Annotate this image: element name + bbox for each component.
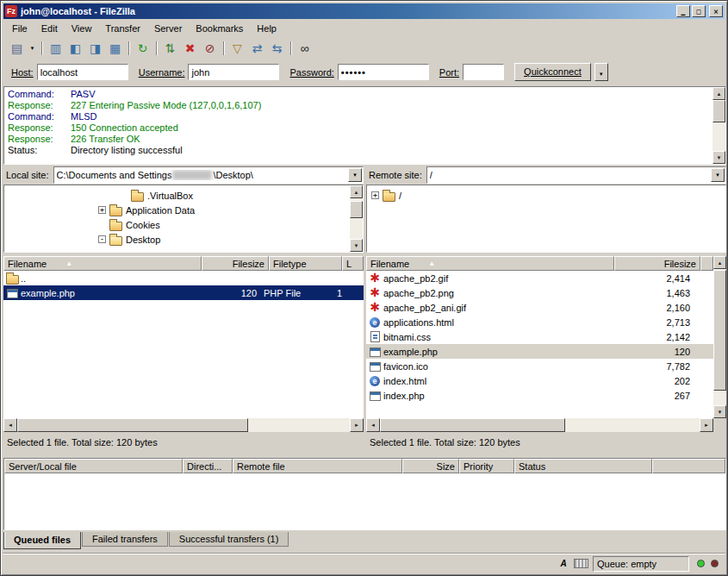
quickconnect-dropdown-button[interactable] <box>594 63 608 81</box>
local-horizontal-scrollbar[interactable] <box>3 418 364 432</box>
scroll-up-button[interactable] <box>712 87 725 100</box>
column-header[interactable]: Status <box>514 459 652 473</box>
toggle-queue-button[interactable]: ▦ <box>105 39 125 58</box>
message-log-icon: ▥ <box>50 42 61 54</box>
file-row[interactable]: bitnami.css2,142 <box>366 329 713 344</box>
tab-queued-files[interactable]: Queued files <box>3 532 81 549</box>
file-row[interactable]: applications.html2,713 <box>366 315 713 329</box>
column-header[interactable]: Filetype <box>269 256 342 271</box>
toggle-remote-tree-button[interactable]: ◨ <box>85 39 105 58</box>
compare-button[interactable]: ⇄ <box>247 39 267 58</box>
close-button[interactable]: × <box>709 5 723 17</box>
tree-expander-icon[interactable]: + <box>98 206 106 214</box>
sync-browsing-button[interactable]: ⇆ <box>267 39 287 58</box>
scrollbar-thumb[interactable] <box>713 270 726 391</box>
tree-expander-icon[interactable]: + <box>371 191 379 199</box>
file-row[interactable]: .. <box>3 271 364 285</box>
minimize-button[interactable]: ▁ <box>676 5 690 17</box>
site-manager-button[interactable]: ▤ <box>7 39 27 58</box>
column-header[interactable]: Server/Local file <box>4 459 183 473</box>
remote-horizontal-scrollbar[interactable] <box>366 418 713 432</box>
column-header[interactable]: Filename▲ <box>366 256 614 271</box>
username-input[interactable] <box>188 64 279 80</box>
menu-view[interactable]: View <box>65 21 99 36</box>
scrollbar-thumb[interactable] <box>17 418 248 432</box>
log-scrollbar[interactable] <box>712 87 725 164</box>
file-modified: 1 <box>337 288 364 298</box>
menu-bookmarks[interactable]: Bookmarks <box>189 21 250 36</box>
transfer-type-indicator[interactable]: A <box>557 558 569 569</box>
file-row[interactable]: example.php120PHP File1 <box>3 285 364 300</box>
filter-button[interactable]: ▽ <box>227 39 247 58</box>
scroll-left-button[interactable] <box>3 418 17 432</box>
column-header[interactable]: Directi... <box>183 459 233 473</box>
file-row[interactable]: apache_pb2_ani.gif2,160 <box>366 300 713 315</box>
tree-expander-icon[interactable]: - <box>98 235 106 243</box>
scrollbar-thumb[interactable] <box>712 100 725 122</box>
file-row[interactable]: apache_pb2.png1,463 <box>366 285 713 300</box>
remote-site-combo[interactable]: / <box>426 166 726 184</box>
toggle-message-log-button[interactable]: ▥ <box>46 39 65 58</box>
local-tree-scrollbar[interactable] <box>350 185 363 252</box>
column-header[interactable]: L <box>342 256 364 271</box>
file-row[interactable]: apache_pb2.gif2,414 <box>366 271 713 285</box>
maximize-button[interactable]: □ <box>692 5 706 17</box>
column-header[interactable]: Filesize <box>614 256 700 271</box>
local-site-combo[interactable]: C:\Documents and Settings\Desktop\ <box>53 166 364 184</box>
file-icon <box>6 275 19 285</box>
file-size: 7,782 <box>616 361 695 372</box>
tab-successful-transfers[interactable]: Successful transfers (1) <box>169 532 289 547</box>
file-row[interactable]: favicon.ico7,782 <box>366 359 713 373</box>
remote-file-rows: apache_pb2.gif2,414apache_pb2.png1,463ap… <box>366 271 713 418</box>
local-site-row: Local site: C:\Documents and Settings\De… <box>3 166 364 184</box>
password-input[interactable] <box>338 64 429 80</box>
column-header[interactable]: Size <box>402 459 459 473</box>
scroll-right-button[interactable] <box>350 418 364 432</box>
remote-site-dropdown-button[interactable] <box>711 168 725 182</box>
tree-item[interactable]: Cookies <box>5 217 349 232</box>
scrollbar-corner <box>713 418 726 432</box>
cancel-button[interactable]: ✖ <box>180 39 200 58</box>
scroll-up-button[interactable] <box>713 256 726 269</box>
tab-failed-transfers[interactable]: Failed transfers <box>82 532 168 547</box>
local-site-dropdown-button[interactable] <box>348 168 362 182</box>
tree-item-label: Desktop <box>126 235 160 245</box>
titlebar[interactable]: Fz john@localhost - FileZilla ▁ □ × <box>3 3 725 19</box>
scroll-left-button[interactable] <box>366 418 380 432</box>
file-row[interactable]: example.php120 <box>366 344 713 359</box>
scroll-down-button[interactable] <box>712 151 725 164</box>
column-header[interactable]: Filename▲ <box>3 256 202 271</box>
scrollbar-thumb[interactable] <box>350 201 363 218</box>
scroll-right-button[interactable] <box>700 418 713 432</box>
tree-item[interactable]: -Desktop <box>5 232 349 247</box>
process-queue-button[interactable]: ⇅ <box>160 39 180 58</box>
file-row[interactable]: index.php267 <box>366 388 713 403</box>
menu-help[interactable]: Help <box>250 21 283 36</box>
column-header[interactable]: Filesize <box>202 256 269 271</box>
toggle-local-tree-button[interactable]: ◧ <box>65 39 85 58</box>
file-row[interactable]: index.html202 <box>366 373 713 388</box>
tree-item[interactable]: +Application Data <box>5 203 349 217</box>
column-header[interactable]: Priority <box>459 459 514 473</box>
scroll-down-button[interactable] <box>350 239 363 252</box>
menu-edit[interactable]: Edit <box>34 21 65 36</box>
column-header-label: Filetype <box>273 259 307 269</box>
refresh-button[interactable]: ↻ <box>133 39 152 58</box>
site-manager-dropdown[interactable]: ▼ <box>27 39 38 58</box>
find-files-button[interactable]: ∞ <box>295 39 314 58</box>
menu-transfer[interactable]: Transfer <box>98 21 147 36</box>
menu-file[interactable]: File <box>5 21 34 36</box>
remote-vertical-scrollbar[interactable] <box>713 256 726 418</box>
host-input[interactable] <box>37 64 128 80</box>
column-header[interactable]: Remote file <box>233 459 402 473</box>
menu-server[interactable]: Server <box>147 21 189 36</box>
tree-item[interactable]: .VirtualBox <box>5 188 349 203</box>
port-input[interactable] <box>463 64 504 80</box>
quickconnect-button[interactable]: Quickconnect <box>514 63 591 81</box>
disconnect-button[interactable]: ⊘ <box>200 39 220 58</box>
tree-item[interactable]: +/ <box>368 188 725 203</box>
scroll-up-button[interactable] <box>350 185 363 198</box>
scrollbar-thumb[interactable] <box>380 418 565 432</box>
encryption-indicator-icon[interactable] <box>574 559 588 568</box>
scroll-down-button[interactable] <box>713 405 726 418</box>
